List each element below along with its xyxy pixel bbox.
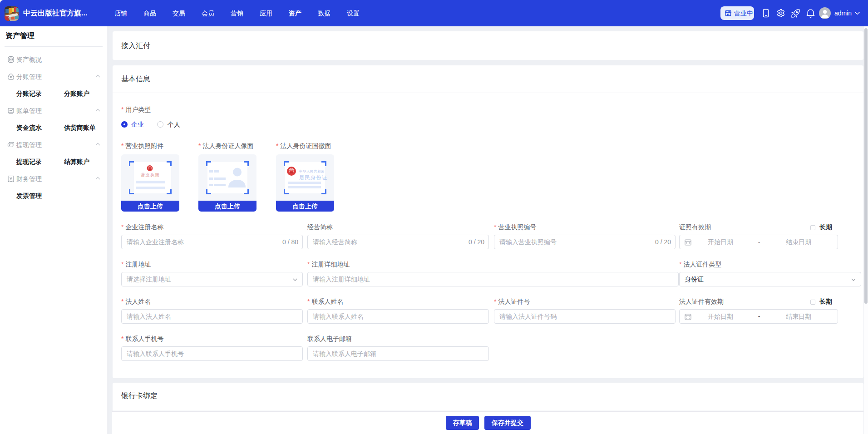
svg-text:中华人民共和国: 中华人民共和国 bbox=[299, 169, 325, 173]
svg-text:居民身份证: 居民身份证 bbox=[299, 175, 328, 180]
svg-text:营业执照: 营业执照 bbox=[141, 173, 160, 177]
